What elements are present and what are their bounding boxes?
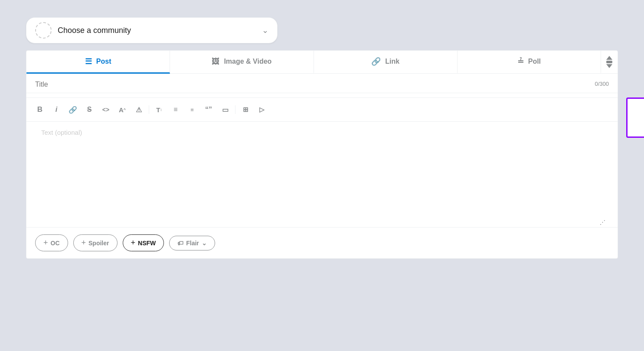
tab-link[interactable]: 🔗 Link bbox=[314, 51, 458, 74]
nsfw-label: NSFW bbox=[138, 240, 156, 247]
page-wrapper: Choose a community ⌄ ☰ Post 🖼 Image & Vi… bbox=[9, 9, 635, 342]
heading-button[interactable]: T↕ bbox=[152, 102, 167, 117]
superscript-button[interactable]: A^ bbox=[115, 102, 130, 117]
quote-button[interactable]: “” bbox=[201, 102, 216, 117]
tab-link-label: Link bbox=[385, 58, 399, 65]
code-block-button[interactable]: ▭ bbox=[218, 102, 232, 117]
editor-section: B i 🔗 S <> A^ ⚠ T↕ ≡ ⁣≡ “” ▭ ⊞ ▷ Tex bbox=[26, 98, 618, 227]
text-placeholder: Text (optional) bbox=[41, 129, 82, 136]
community-avatar bbox=[35, 22, 52, 39]
nsfw-button[interactable]: + NSFW bbox=[123, 234, 164, 251]
flair-button[interactable]: 🏷 Flair ⌄ bbox=[169, 236, 215, 250]
community-selector[interactable]: Choose a community ⌄ bbox=[26, 17, 278, 43]
editor-toolbar: B i 🔗 S <> A^ ⚠ T↕ ≡ ⁣≡ “” ▭ ⊞ ▷ bbox=[26, 98, 618, 122]
chevron-down-icon: ⌄ bbox=[262, 26, 268, 35]
tab-post[interactable]: ☰ Post bbox=[26, 51, 170, 74]
link-button[interactable]: 🔗 bbox=[65, 102, 80, 117]
spoiler-text-button[interactable]: ⚠ bbox=[131, 102, 146, 117]
spoiler-plus-icon: + bbox=[82, 238, 86, 247]
flair-label: Flair bbox=[186, 240, 199, 247]
scroll-down-arrow[interactable] bbox=[606, 64, 612, 68]
numbered-list-button[interactable]: ⁣≡ bbox=[185, 102, 199, 117]
post-icon: ☰ bbox=[85, 57, 92, 66]
strikethrough-button[interactable]: S bbox=[82, 102, 97, 117]
scroll-middle bbox=[606, 61, 612, 63]
toolbar-sep-1 bbox=[149, 105, 149, 114]
tab-poll[interactable]: ≟ Poll bbox=[458, 51, 601, 74]
bottom-row: + OC + Spoiler + NSFW 🏷 Flair ⌄ bbox=[26, 227, 618, 258]
italic-button[interactable]: i bbox=[49, 102, 64, 117]
title-area: 0/300 bbox=[26, 74, 618, 93]
code-button[interactable]: <> bbox=[98, 102, 113, 117]
bullet-list-button[interactable]: ≡ bbox=[168, 102, 183, 117]
tab-image-video[interactable]: 🖼 Image & Video bbox=[170, 51, 314, 74]
tab-post-label: Post bbox=[96, 58, 111, 65]
post-panel: ☰ Post 🖼 Image & Video 🔗 Link ≟ Poll bbox=[26, 50, 618, 259]
char-count: 0/300 bbox=[595, 81, 609, 87]
text-area[interactable]: Text (optional) bbox=[35, 122, 609, 217]
media-button[interactable]: ▷ bbox=[255, 102, 269, 117]
scroll-up-arrow[interactable] bbox=[606, 56, 612, 60]
bold-button[interactable]: B bbox=[33, 102, 47, 117]
nsfw-plus-icon: + bbox=[131, 238, 136, 247]
editor-wrapper: Text (optional) ⋰ bbox=[35, 122, 609, 227]
title-input[interactable] bbox=[35, 81, 586, 88]
link-icon: 🔗 bbox=[371, 57, 381, 66]
spoiler-button[interactable]: + Spoiler bbox=[73, 234, 118, 251]
oc-label: OC bbox=[51, 240, 60, 247]
table-button[interactable]: ⊞ bbox=[238, 102, 253, 117]
oc-plus-icon: + bbox=[43, 238, 48, 247]
markdown-mode-button[interactable]: MarkdownMode bbox=[626, 98, 644, 138]
tabs-row: ☰ Post 🖼 Image & Video 🔗 Link ≟ Poll bbox=[26, 51, 618, 74]
resize-handle[interactable]: ⋰ bbox=[35, 217, 609, 227]
flair-chevron-icon: ⌄ bbox=[202, 240, 207, 247]
scroll-arrows bbox=[601, 51, 618, 73]
flair-tag-icon: 🏷 bbox=[177, 240, 183, 247]
community-label: Choose a community bbox=[58, 26, 262, 35]
oc-button[interactable]: + OC bbox=[35, 234, 68, 251]
tab-poll-label: Poll bbox=[528, 58, 541, 65]
spoiler-label: Spoiler bbox=[88, 240, 109, 247]
image-video-icon: 🖼 bbox=[212, 57, 219, 66]
toolbar-sep-2 bbox=[235, 105, 235, 114]
tab-image-video-label: Image & Video bbox=[224, 58, 271, 65]
poll-icon: ≟ bbox=[517, 57, 524, 66]
